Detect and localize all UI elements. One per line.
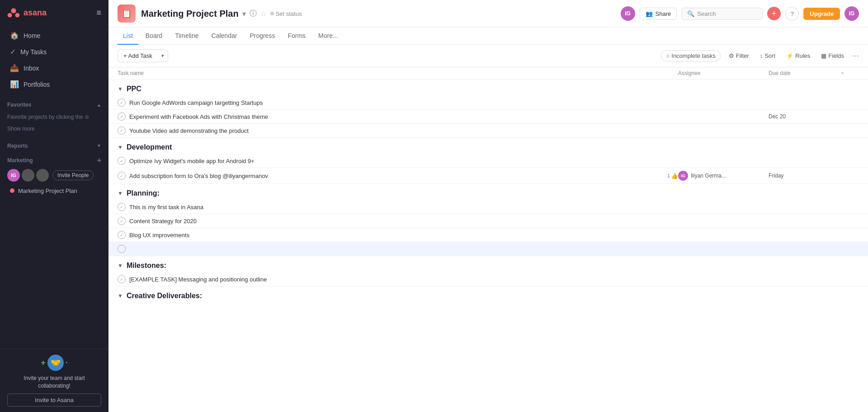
task-name-cell: ✓ Content Strategy for 2020: [118, 217, 678, 225]
add-marketing-icon[interactable]: +: [97, 156, 101, 164]
task-badge-5: 1 👍: [667, 173, 678, 179]
svg-point-1: [8, 13, 12, 18]
task-row-empty[interactable]: [108, 242, 868, 256]
set-status-button[interactable]: Set status: [270, 10, 302, 17]
tab-calendar[interactable]: Calendar: [206, 28, 243, 45]
invite-team-text: Invite your team and start collaborating…: [7, 375, 101, 390]
sidebar: asana ≡ 🏠 Home ✓ My Tasks 📥 Inbox 📊 Port…: [0, 0, 108, 412]
sidebar-item-inbox[interactable]: 📥 Inbox: [3, 60, 106, 76]
svg-point-2: [15, 13, 20, 18]
toolbar: + Add Task ▾ ○ Incomplete tasks ⚙ Filter…: [108, 45, 868, 67]
section-development[interactable]: ▼ Development: [108, 138, 868, 154]
task-row[interactable]: ✓ Optimize Ivy Widget's mobile app for A…: [108, 154, 868, 168]
sidebar-item-my-tasks[interactable]: ✓ My Tasks: [3, 44, 106, 60]
plus-icon-2: ·: [66, 358, 68, 368]
task-check-10[interactable]: ✓: [118, 275, 126, 283]
task-check-7[interactable]: ✓: [118, 217, 126, 225]
rules-button[interactable]: ⚡ Rules: [783, 51, 813, 61]
task-text-8: Blog UX improvements: [129, 232, 678, 239]
task-text-5: Add subscription form to Ora's blog @ili…: [129, 173, 661, 179]
header-avatar-ig[interactable]: IG: [621, 6, 635, 21]
sidebar-item-my-tasks-label: My Tasks: [20, 48, 47, 56]
add-task-button[interactable]: + Add Task: [118, 49, 158, 62]
show-more-link[interactable]: Show more: [0, 125, 108, 136]
task-check-3[interactable]: ✓: [118, 126, 126, 135]
avatar-member1: [22, 169, 34, 182]
task-row[interactable]: ✓ Youtube Video add demonstrating the pr…: [108, 124, 868, 138]
sidebar-item-home-label: Home: [24, 32, 40, 39]
sidebar-project-marketing[interactable]: Marketing Project Plan: [3, 185, 106, 197]
global-add-button[interactable]: +: [767, 7, 781, 20]
tab-forms[interactable]: Forms: [282, 28, 311, 45]
task-row[interactable]: ✓ Experiment with Facebook Ads with Chri…: [108, 110, 868, 124]
search-box[interactable]: 🔍 Search: [681, 8, 763, 20]
task-check-4[interactable]: ✓: [118, 157, 126, 165]
filter-button[interactable]: ⚙ Filter: [726, 51, 752, 61]
task-text-4: Optimize Ivy Widget's mobile app for And…: [129, 158, 678, 164]
section-planning[interactable]: ▼ Planning:: [108, 184, 868, 200]
section-ppc[interactable]: ▼ PPC: [108, 80, 868, 96]
rules-icon: ⚡: [786, 52, 793, 59]
tab-more[interactable]: More...: [313, 28, 344, 45]
task-row[interactable]: ✓ Add subscription form to Ora's blog @i…: [108, 168, 868, 184]
portfolios-icon: 📊: [10, 80, 19, 89]
favorites-section-header[interactable]: Favorites ▲: [0, 98, 108, 112]
favorites-chevron-icon: ▲: [97, 103, 101, 108]
task-due-5: Friday: [769, 173, 841, 179]
toolbar-more-button[interactable]: ···: [852, 51, 859, 61]
add-task-button-group: + Add Task ▾: [118, 49, 168, 62]
help-button[interactable]: ?: [785, 7, 799, 20]
section-dev-chevron: ▼: [118, 144, 123, 150]
section-creative-deliverables[interactable]: ▼ Creative Deliverables:: [108, 286, 868, 303]
task-due-2: Dec 20: [769, 113, 841, 120]
task-check-6[interactable]: ✓: [118, 203, 126, 211]
sidebar-item-portfolios[interactable]: 📊 Portfolios: [3, 76, 106, 92]
task-name-cell-empty: [118, 245, 678, 253]
task-row[interactable]: ✓ Run Google AdWords campaign targetting…: [108, 96, 868, 110]
invite-to-asana-button[interactable]: Invite to Asana: [7, 393, 101, 407]
task-check-5[interactable]: ✓: [118, 172, 126, 180]
header-avatar-user[interactable]: IG: [844, 6, 859, 21]
reports-section-header[interactable]: Reports ▼: [0, 139, 108, 153]
task-check-2[interactable]: ✓: [118, 112, 126, 121]
sidebar-item-inbox-label: Inbox: [24, 65, 39, 72]
invite-people-button[interactable]: Invite People: [52, 170, 94, 180]
project-name-label: Marketing Project Plan: [18, 187, 77, 194]
info-icon[interactable]: ⓘ: [250, 9, 257, 19]
sort-button[interactable]: ↕ Sort: [757, 51, 778, 61]
tab-timeline[interactable]: Timeline: [170, 28, 204, 45]
title-chevron-icon[interactable]: ▾: [242, 9, 246, 18]
col-add[interactable]: +: [841, 70, 859, 76]
task-row[interactable]: ✓ [EXAMPLE TASK] Messaging and positioni…: [108, 272, 868, 286]
tab-progress[interactable]: Progress: [244, 28, 280, 45]
fields-button[interactable]: ▦ Fields: [818, 51, 847, 61]
sidebar-header: asana ≡: [0, 0, 108, 25]
task-row[interactable]: ✓ Blog UX improvements: [108, 228, 868, 242]
task-row[interactable]: ✓ This is my first task in Asana: [108, 200, 868, 214]
search-icon: 🔍: [687, 10, 694, 17]
invite-illustration: + 🤝 ·: [7, 355, 101, 371]
tab-list[interactable]: List: [118, 28, 138, 45]
upgrade-button[interactable]: Upgrade: [803, 8, 840, 20]
tab-board[interactable]: Board: [140, 28, 168, 45]
task-text-7: Content Strategy for 2020: [129, 218, 678, 225]
task-check-8[interactable]: ✓: [118, 231, 126, 239]
task-name-cell: ✓ [EXAMPLE TASK] Messaging and positioni…: [118, 275, 678, 283]
task-list-header: Task name Assignee Due date +: [108, 67, 868, 80]
task-name-cell: ✓ Experiment with Facebook Ads with Chri…: [118, 112, 678, 121]
task-check-9[interactable]: [118, 245, 126, 253]
hamburger-icon[interactable]: ≡: [96, 8, 101, 18]
sidebar-item-home[interactable]: 🏠 Home: [3, 28, 106, 43]
incomplete-tasks-filter[interactable]: ○ Incomplete tasks: [661, 50, 720, 61]
toolbar-right: ○ Incomplete tasks ⚙ Filter ↕ Sort ⚡ Rul…: [661, 50, 859, 61]
task-check-1[interactable]: ✓: [118, 98, 126, 107]
share-button[interactable]: 👥 Share: [640, 8, 677, 20]
main-header: 📋 Marketing Project Plan ▾ ⓘ ☆ Set statu…: [108, 0, 868, 28]
col-due-date: Due date: [769, 70, 841, 76]
section-milestones[interactable]: ▼ Milestones:: [108, 256, 868, 272]
task-name-cell: ✓ This is my first task in Asana: [118, 203, 678, 211]
add-task-dropdown-button[interactable]: ▾: [158, 50, 168, 62]
task-row[interactable]: ✓ Content Strategy for 2020: [108, 214, 868, 228]
favorite-star-icon[interactable]: ☆: [260, 9, 267, 18]
filter-icon: ⚙: [729, 52, 734, 59]
